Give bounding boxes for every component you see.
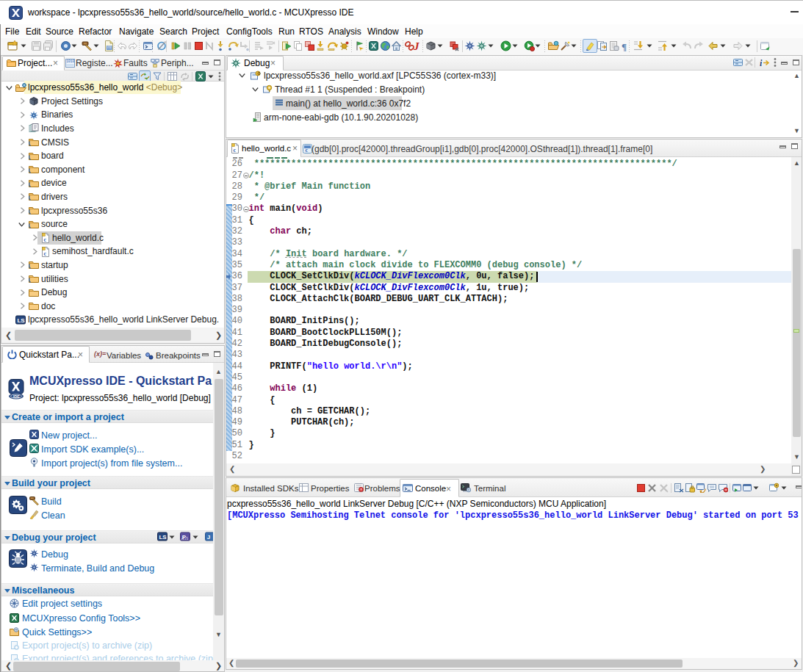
svg-text:c: c: [306, 147, 309, 153]
svg-text:c: c: [44, 236, 47, 243]
svg-text:i: i: [760, 58, 763, 68]
svg-text:J: J: [207, 534, 210, 541]
svg-text:¶: ¶: [622, 41, 627, 52]
svg-text:IDE: IDE: [13, 394, 20, 399]
svg-text:J: J: [413, 40, 419, 51]
svg-text:c: c: [234, 147, 237, 153]
svg-text:1010: 1010: [66, 59, 74, 63]
svg-text:⚙: ⚙: [257, 71, 261, 76]
svg-text:LS: LS: [17, 317, 25, 324]
svg-text:c: c: [44, 250, 47, 256]
svg-text:LS: LS: [159, 534, 167, 541]
